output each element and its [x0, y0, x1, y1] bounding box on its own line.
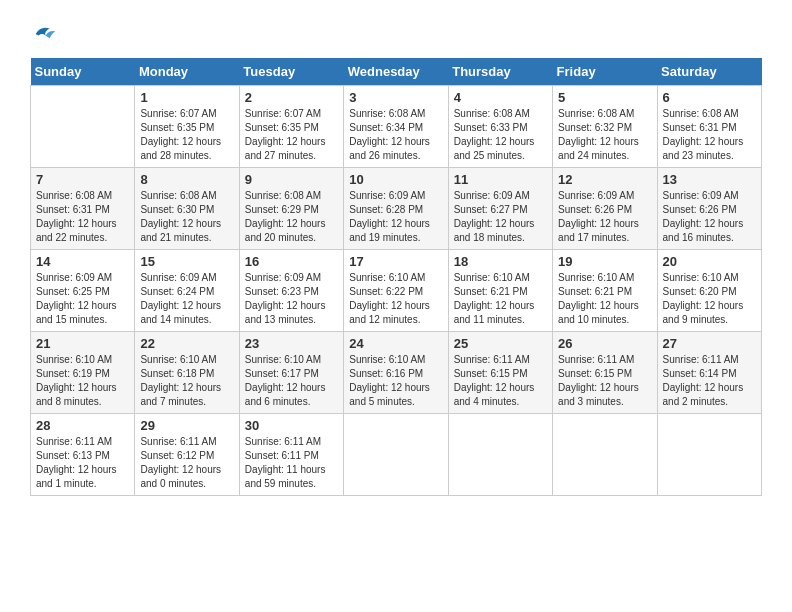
- calendar-cell: 23Sunrise: 6:10 AM Sunset: 6:17 PM Dayli…: [239, 332, 343, 414]
- day-number: 21: [36, 336, 129, 351]
- calendar-cell: 27Sunrise: 6:11 AM Sunset: 6:14 PM Dayli…: [657, 332, 761, 414]
- day-number: 5: [558, 90, 651, 105]
- day-info: Sunrise: 6:09 AM Sunset: 6:26 PM Dayligh…: [663, 189, 756, 245]
- weekday-header-thursday: Thursday: [448, 58, 552, 86]
- calendar-cell: [31, 86, 135, 168]
- day-info: Sunrise: 6:09 AM Sunset: 6:24 PM Dayligh…: [140, 271, 233, 327]
- day-number: 15: [140, 254, 233, 269]
- day-number: 10: [349, 172, 442, 187]
- day-info: Sunrise: 6:08 AM Sunset: 6:31 PM Dayligh…: [36, 189, 129, 245]
- calendar-cell: 7Sunrise: 6:08 AM Sunset: 6:31 PM Daylig…: [31, 168, 135, 250]
- day-info: Sunrise: 6:07 AM Sunset: 6:35 PM Dayligh…: [245, 107, 338, 163]
- day-number: 28: [36, 418, 129, 433]
- day-number: 1: [140, 90, 233, 105]
- weekday-header-friday: Friday: [553, 58, 657, 86]
- day-number: 14: [36, 254, 129, 269]
- day-number: 19: [558, 254, 651, 269]
- calendar-week-1: 1Sunrise: 6:07 AM Sunset: 6:35 PM Daylig…: [31, 86, 762, 168]
- calendar-cell: 9Sunrise: 6:08 AM Sunset: 6:29 PM Daylig…: [239, 168, 343, 250]
- day-info: Sunrise: 6:08 AM Sunset: 6:34 PM Dayligh…: [349, 107, 442, 163]
- day-info: Sunrise: 6:10 AM Sunset: 6:19 PM Dayligh…: [36, 353, 129, 409]
- day-info: Sunrise: 6:10 AM Sunset: 6:16 PM Dayligh…: [349, 353, 442, 409]
- day-info: Sunrise: 6:09 AM Sunset: 6:23 PM Dayligh…: [245, 271, 338, 327]
- day-info: Sunrise: 6:10 AM Sunset: 6:22 PM Dayligh…: [349, 271, 442, 327]
- calendar-cell: 30Sunrise: 6:11 AM Sunset: 6:11 PM Dayli…: [239, 414, 343, 496]
- calendar-cell: 26Sunrise: 6:11 AM Sunset: 6:15 PM Dayli…: [553, 332, 657, 414]
- day-number: 4: [454, 90, 547, 105]
- day-number: 7: [36, 172, 129, 187]
- day-number: 8: [140, 172, 233, 187]
- calendar-cell: [553, 414, 657, 496]
- day-number: 12: [558, 172, 651, 187]
- logo-bird-icon: [30, 20, 58, 48]
- calendar-cell: 19Sunrise: 6:10 AM Sunset: 6:21 PM Dayli…: [553, 250, 657, 332]
- day-number: 30: [245, 418, 338, 433]
- day-info: Sunrise: 6:08 AM Sunset: 6:30 PM Dayligh…: [140, 189, 233, 245]
- calendar-cell: 15Sunrise: 6:09 AM Sunset: 6:24 PM Dayli…: [135, 250, 239, 332]
- calendar-header: SundayMondayTuesdayWednesdayThursdayFrid…: [31, 58, 762, 86]
- day-info: Sunrise: 6:10 AM Sunset: 6:21 PM Dayligh…: [558, 271, 651, 327]
- day-info: Sunrise: 6:10 AM Sunset: 6:18 PM Dayligh…: [140, 353, 233, 409]
- day-info: Sunrise: 6:11 AM Sunset: 6:15 PM Dayligh…: [558, 353, 651, 409]
- calendar-cell: 14Sunrise: 6:09 AM Sunset: 6:25 PM Dayli…: [31, 250, 135, 332]
- day-number: 22: [140, 336, 233, 351]
- day-info: Sunrise: 6:11 AM Sunset: 6:14 PM Dayligh…: [663, 353, 756, 409]
- day-number: 3: [349, 90, 442, 105]
- calendar-cell: 2Sunrise: 6:07 AM Sunset: 6:35 PM Daylig…: [239, 86, 343, 168]
- calendar-cell: 17Sunrise: 6:10 AM Sunset: 6:22 PM Dayli…: [344, 250, 448, 332]
- day-info: Sunrise: 6:07 AM Sunset: 6:35 PM Dayligh…: [140, 107, 233, 163]
- calendar-cell: 22Sunrise: 6:10 AM Sunset: 6:18 PM Dayli…: [135, 332, 239, 414]
- calendar-week-3: 14Sunrise: 6:09 AM Sunset: 6:25 PM Dayli…: [31, 250, 762, 332]
- weekday-header-wednesday: Wednesday: [344, 58, 448, 86]
- day-number: 9: [245, 172, 338, 187]
- calendar-cell: 12Sunrise: 6:09 AM Sunset: 6:26 PM Dayli…: [553, 168, 657, 250]
- calendar-cell: 4Sunrise: 6:08 AM Sunset: 6:33 PM Daylig…: [448, 86, 552, 168]
- day-info: Sunrise: 6:11 AM Sunset: 6:12 PM Dayligh…: [140, 435, 233, 491]
- calendar-cell: 5Sunrise: 6:08 AM Sunset: 6:32 PM Daylig…: [553, 86, 657, 168]
- day-info: Sunrise: 6:08 AM Sunset: 6:32 PM Dayligh…: [558, 107, 651, 163]
- calendar-cell: [344, 414, 448, 496]
- day-number: 25: [454, 336, 547, 351]
- calendar-table: SundayMondayTuesdayWednesdayThursdayFrid…: [30, 58, 762, 496]
- day-info: Sunrise: 6:08 AM Sunset: 6:33 PM Dayligh…: [454, 107, 547, 163]
- day-info: Sunrise: 6:10 AM Sunset: 6:21 PM Dayligh…: [454, 271, 547, 327]
- weekday-header-tuesday: Tuesday: [239, 58, 343, 86]
- weekday-header-saturday: Saturday: [657, 58, 761, 86]
- day-number: 26: [558, 336, 651, 351]
- day-number: 24: [349, 336, 442, 351]
- weekday-header-monday: Monday: [135, 58, 239, 86]
- day-number: 6: [663, 90, 756, 105]
- day-info: Sunrise: 6:09 AM Sunset: 6:28 PM Dayligh…: [349, 189, 442, 245]
- calendar-cell: 11Sunrise: 6:09 AM Sunset: 6:27 PM Dayli…: [448, 168, 552, 250]
- calendar-cell: [448, 414, 552, 496]
- weekday-header-sunday: Sunday: [31, 58, 135, 86]
- day-info: Sunrise: 6:11 AM Sunset: 6:11 PM Dayligh…: [245, 435, 338, 491]
- calendar-cell: 1Sunrise: 6:07 AM Sunset: 6:35 PM Daylig…: [135, 86, 239, 168]
- calendar-cell: 13Sunrise: 6:09 AM Sunset: 6:26 PM Dayli…: [657, 168, 761, 250]
- calendar-cell: 8Sunrise: 6:08 AM Sunset: 6:30 PM Daylig…: [135, 168, 239, 250]
- day-number: 13: [663, 172, 756, 187]
- calendar-cell: 18Sunrise: 6:10 AM Sunset: 6:21 PM Dayli…: [448, 250, 552, 332]
- calendar-cell: 29Sunrise: 6:11 AM Sunset: 6:12 PM Dayli…: [135, 414, 239, 496]
- calendar-cell: 21Sunrise: 6:10 AM Sunset: 6:19 PM Dayli…: [31, 332, 135, 414]
- day-number: 17: [349, 254, 442, 269]
- calendar-cell: 25Sunrise: 6:11 AM Sunset: 6:15 PM Dayli…: [448, 332, 552, 414]
- day-info: Sunrise: 6:09 AM Sunset: 6:27 PM Dayligh…: [454, 189, 547, 245]
- day-info: Sunrise: 6:09 AM Sunset: 6:26 PM Dayligh…: [558, 189, 651, 245]
- day-number: 29: [140, 418, 233, 433]
- logo: [30, 20, 62, 48]
- calendar-cell: 16Sunrise: 6:09 AM Sunset: 6:23 PM Dayli…: [239, 250, 343, 332]
- calendar-cell: 24Sunrise: 6:10 AM Sunset: 6:16 PM Dayli…: [344, 332, 448, 414]
- day-info: Sunrise: 6:08 AM Sunset: 6:29 PM Dayligh…: [245, 189, 338, 245]
- day-info: Sunrise: 6:08 AM Sunset: 6:31 PM Dayligh…: [663, 107, 756, 163]
- calendar-week-4: 21Sunrise: 6:10 AM Sunset: 6:19 PM Dayli…: [31, 332, 762, 414]
- calendar-cell: 10Sunrise: 6:09 AM Sunset: 6:28 PM Dayli…: [344, 168, 448, 250]
- day-number: 18: [454, 254, 547, 269]
- day-info: Sunrise: 6:09 AM Sunset: 6:25 PM Dayligh…: [36, 271, 129, 327]
- day-number: 11: [454, 172, 547, 187]
- calendar-cell: 3Sunrise: 6:08 AM Sunset: 6:34 PM Daylig…: [344, 86, 448, 168]
- day-number: 2: [245, 90, 338, 105]
- day-info: Sunrise: 6:10 AM Sunset: 6:20 PM Dayligh…: [663, 271, 756, 327]
- day-number: 23: [245, 336, 338, 351]
- calendar-week-5: 28Sunrise: 6:11 AM Sunset: 6:13 PM Dayli…: [31, 414, 762, 496]
